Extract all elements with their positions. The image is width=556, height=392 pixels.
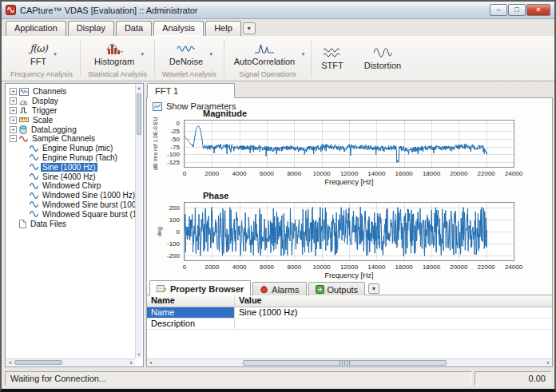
x-tick-label: 24000 [505, 170, 522, 177]
tree-item-windowed-sine-burst-100[interactable]: Windowed Sine burst (100 [6, 200, 135, 210]
y-tick-label: 0 [177, 120, 180, 127]
minimize-button[interactable]: – [490, 4, 507, 16]
tab-fft-1[interactable]: FFT 1 [147, 83, 235, 98]
column-header-value[interactable]: Value [235, 295, 552, 307]
property-value-cell[interactable] [235, 319, 552, 329]
expand-plus-icon[interactable]: + [10, 88, 17, 95]
tree-item-sine-4000-hz[interactable]: Sine (4000 Hz) [6, 172, 135, 181]
tree-item-data-files[interactable]: Data Files [6, 219, 135, 228]
tab-analysis[interactable]: Analysis [153, 21, 204, 36]
tab-alarms[interactable]: Alarms [252, 282, 306, 295]
magnitude-plot-area [184, 120, 514, 168]
tree-vertical-scrollbar[interactable]: ▲ ▼ [135, 85, 142, 358]
tree-item-windowed-chirp[interactable]: Windowed Chirp [6, 181, 135, 191]
scroll-down-icon[interactable]: ▼ [136, 351, 142, 358]
histogram-button[interactable]: Histogram▾ [90, 40, 145, 67]
tree-item-label: Engine Runup (mic) [41, 144, 114, 152]
tree-horizontal-scrollbar[interactable]: ◄ ► [6, 358, 135, 366]
scroll-left-icon[interactable]: ◄ [147, 359, 154, 366]
dropdown-arrow-icon[interactable]: ▾ [141, 51, 145, 57]
main-horizontal-scrollbar[interactable]: ◄ ► [147, 358, 552, 366]
distortion-icon [373, 46, 392, 60]
x-tick-label: 18000 [423, 170, 440, 177]
scroll-right-icon[interactable]: ► [545, 359, 552, 366]
dropdown-arrow-icon[interactable]: ▾ [302, 51, 305, 57]
expand-plus-icon[interactable]: + [10, 97, 17, 105]
tree-item-sine-1000-hz[interactable]: Sine (1000 Hz) [6, 162, 135, 172]
tab-application[interactable]: Application [6, 21, 66, 36]
x-tick-label: 4000 [232, 263, 247, 271]
magnitude-y-ticks: 0-25-50-75-100-125 [161, 121, 181, 167]
y-tick-label: 100 [169, 216, 180, 224]
expand-plus-icon[interactable]: + [10, 107, 17, 114]
y-tick-label: 200 [169, 204, 180, 212]
scroll-left-icon[interactable]: ◄ [6, 359, 14, 366]
wave-icon [30, 153, 38, 161]
display-icon [19, 97, 28, 105]
stft-button[interactable]: STFT [317, 44, 354, 71]
scroll-up-icon[interactable]: ▲ [136, 85, 142, 92]
fft-label: FFT [30, 57, 46, 66]
tree-item-trigger[interactable]: +Trigger [6, 106, 135, 116]
scrollbar-thumb[interactable] [137, 93, 141, 135]
wave-icon [30, 163, 38, 171]
tree-item-windowed-square-burst-100[interactable]: Windowed Square burst (100 [6, 209, 135, 219]
x-tick-label: 2000 [205, 170, 219, 177]
tree-item-label: Windowed Sine (1000 Hz) [41, 191, 135, 200]
dropdown-arrow-icon[interactable]: ▾ [54, 51, 57, 57]
column-header-name[interactable]: Name [147, 295, 235, 307]
x-tick-label: 4000 [232, 170, 247, 177]
property-row-description[interactable]: Description [147, 319, 552, 330]
tree-item-label: Windowed Sine burst (100 [41, 200, 135, 209]
scrollbar-thumb[interactable] [243, 360, 447, 366]
dropdown-arrow-icon[interactable]: ▾ [210, 51, 213, 57]
tab-label: Outputs [328, 285, 359, 295]
tree-item-label: Sine (1000 Hz) [41, 163, 97, 172]
outputs-icon [316, 285, 324, 294]
property-name-cell[interactable]: Description [147, 319, 235, 329]
autocorrelation-button[interactable]: AutoCorrelation▾ [230, 40, 305, 67]
scroll-right-icon[interactable]: ► [128, 359, 135, 366]
magnitude-chart-title: Magnitude [203, 109, 247, 118]
window-controls: – □ × [489, 4, 550, 16]
tree-item-sample-channels[interactable]: −Sample Channels [6, 134, 135, 144]
expand-plus-icon[interactable]: + [10, 117, 17, 124]
tab-help[interactable]: Help [205, 21, 241, 36]
tree-item-engine-runup-tach[interactable]: Engine Runup (Tach) [6, 153, 135, 163]
y-tick-label: -100 [167, 151, 180, 158]
x-tick-label: 20000 [450, 263, 467, 271]
scrollbar-thumb[interactable] [14, 360, 62, 365]
y-tick-label: -200 [167, 252, 180, 259]
ribbon-group-caption: Wavelet Analysis [161, 69, 218, 81]
denoise-button[interactable]: DeNoise▾ [165, 40, 213, 67]
property-value-cell[interactable]: Sine (1000 Hz) [235, 307, 552, 318]
tab-overflow-button[interactable]: ▼ [243, 22, 256, 34]
tree-item-windowed-sine-1000-hz[interactable]: Windowed Sine (1000 Hz) [6, 191, 135, 200]
expand-plus-icon[interactable]: + [10, 126, 17, 133]
phase-plot-canvas [185, 203, 514, 260]
collapse-minus-icon[interactable]: − [10, 135, 17, 142]
property-row-name[interactable]: NameSine (1000 Hz) [147, 307, 552, 319]
x-tick-label: 14000 [367, 170, 385, 177]
tree-item-display[interactable]: +Display [6, 97, 135, 106]
distortion-button[interactable]: Distortion [360, 44, 411, 71]
denoise-label: DeNoise [169, 57, 203, 66]
ribbon-group-wavelet-analysis: DeNoise▾Wavelet Analysis [155, 37, 224, 81]
tab-property-browser[interactable]: Property Browser [149, 280, 251, 295]
tab-outputs[interactable]: Outputs [308, 282, 366, 295]
property-name-cell[interactable]: Name [147, 307, 235, 318]
y-tick-label: -125 [167, 159, 180, 166]
tree-item-datalogging[interactable]: +DataLogging [6, 125, 135, 134]
tree-item-channels[interactable]: +Channels [6, 87, 135, 97]
tab-data[interactable]: Data [116, 21, 152, 36]
app-icon [6, 5, 16, 15]
fft-button[interactable]: ƒ(ω)FFT▾ [26, 40, 58, 67]
sample-channels-icon [19, 135, 28, 143]
y-tick-label: -100 [167, 240, 180, 247]
close-button[interactable]: × [526, 4, 550, 16]
tab-display[interactable]: Display [68, 21, 114, 36]
tree-item-scale[interactable]: +Scale [6, 115, 135, 125]
tab-overflow-button[interactable]: ▼ [368, 283, 379, 294]
tree-item-engine-runup-mic[interactable]: Engine Runup (mic) [6, 144, 135, 153]
maximize-button[interactable]: □ [508, 4, 526, 16]
